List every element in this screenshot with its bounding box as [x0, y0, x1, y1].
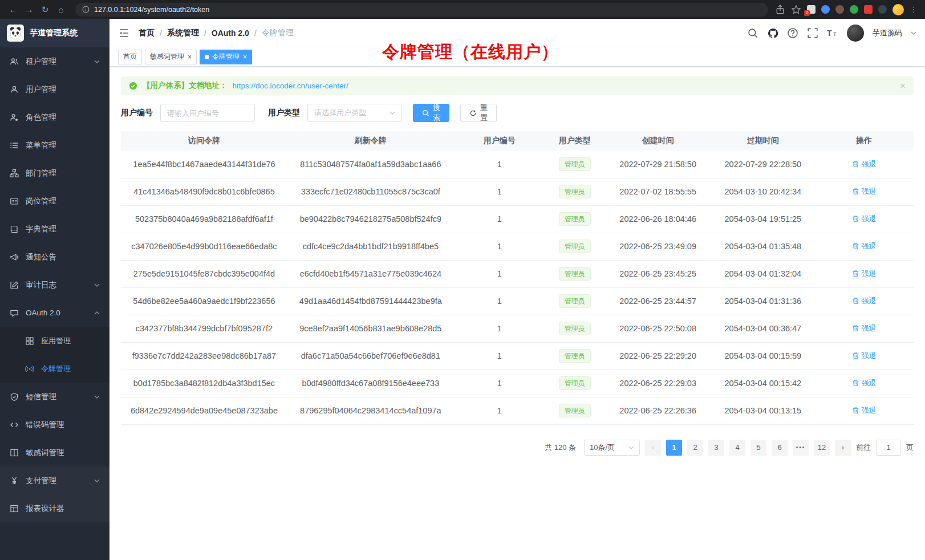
alert-close-icon[interactable]: × — [900, 81, 906, 91]
action-cell: 强退 — [814, 370, 914, 397]
next-page-button[interactable]: › — [835, 440, 851, 456]
tab-item[interactable]: 令牌管理× — [200, 50, 252, 64]
page-button[interactable]: 5 — [750, 440, 766, 456]
code-icon — [10, 420, 19, 429]
sidebar-item-sensitive-word[interactable]: 敏感词管理 — [0, 439, 109, 466]
page-button[interactable]: 2 — [687, 440, 703, 456]
more-pages-button[interactable]: ••• — [793, 440, 809, 456]
refresh-token-cell: b0df4980ffd34c67a08f9156e4eee733 — [287, 370, 454, 397]
page-button[interactable]: 12 — [814, 440, 830, 456]
user-avatar[interactable] — [847, 25, 864, 42]
chevron-down-icon — [94, 395, 100, 399]
fullscreen-icon[interactable] — [807, 27, 818, 39]
page-button[interactable]: 3 — [708, 440, 724, 456]
list-icon — [10, 141, 19, 150]
sidebar-item-user[interactable]: 用户管理 — [0, 75, 109, 103]
tab-close-icon[interactable]: × — [243, 54, 247, 60]
site-info-icon[interactable] — [82, 6, 90, 13]
caret-down-icon[interactable] — [911, 31, 916, 35]
tab-item[interactable]: 首页 — [118, 50, 142, 64]
breadcrumb-item[interactable]: 系统管理 — [167, 28, 199, 38]
column-header: 访问令牌 — [121, 131, 287, 151]
font-size-icon[interactable]: TT — [827, 27, 838, 39]
goto-label: 前往 — [856, 443, 871, 453]
back-icon[interactable]: ← — [6, 2, 21, 17]
prev-page-button[interactable]: ‹ — [645, 440, 661, 456]
sidebar-item-dict[interactable]: 字典管理 — [0, 215, 109, 243]
github-icon[interactable] — [767, 27, 778, 39]
app-logo-bar[interactable]: 芋道管理系统 — [0, 19, 109, 47]
sidebar-item-oauth2[interactable]: OAuth 2.0 — [0, 299, 109, 327]
sidebar-item-tenant[interactable]: 租户管理 — [0, 47, 109, 75]
force-logout-button[interactable]: 强退 — [852, 405, 877, 416]
sidebar-item-label: 支付管理 — [26, 476, 56, 486]
sidebar-item-notice[interactable]: 通知公告 — [0, 243, 109, 271]
sidebar-item-dept[interactable]: 部门管理 — [0, 159, 109, 187]
sidebar-item-oauth2-app[interactable]: 应用管理 — [0, 327, 109, 355]
user-id-input[interactable] — [160, 104, 255, 122]
search-icon[interactable] — [747, 27, 758, 39]
sidebar-item-audit[interactable]: 审计日志 — [0, 271, 109, 299]
table-row: f9336e7c7dd242a283ee98dc86b17a87dfa6c71a… — [121, 342, 914, 370]
force-logout-button[interactable]: 强退 — [852, 351, 877, 361]
sidebar-collapse-icon[interactable] — [118, 28, 129, 38]
sidebar-item-pay[interactable]: 支付管理 — [0, 466, 109, 494]
user-id-cell: 1 — [454, 342, 545, 370]
sidebar-menu: 租户管理用户管理角色管理菜单管理部门管理岗位管理字典管理通知公告审计日志OAut… — [0, 47, 109, 522]
force-logout-button[interactable]: 强退 — [852, 159, 877, 169]
page-button[interactable]: 1 — [666, 440, 682, 456]
sidebar-item-menu[interactable]: 菜单管理 — [0, 131, 109, 159]
sidebar-item-label: 审计日志 — [26, 280, 56, 290]
force-logout-button[interactable]: 强退 — [852, 241, 877, 251]
reload-icon[interactable]: ↻ — [38, 2, 52, 17]
share-icon[interactable] — [775, 5, 785, 15]
user-type-select[interactable]: 请选择用户类型 — [307, 104, 402, 122]
force-logout-button[interactable]: 强退 — [852, 296, 877, 306]
submenu-oauth2: 应用管理令牌管理 — [0, 327, 109, 383]
page-size-select[interactable]: 10条/页 — [584, 440, 640, 456]
alert-doc-link[interactable]: https://doc.iocoder.cn/user-center/ — [233, 82, 348, 90]
expire-time-cell: 2054-03-10 20:42:34 — [712, 178, 815, 205]
page-button[interactable]: 4 — [729, 440, 745, 456]
force-logout-button[interactable]: 强退 — [852, 269, 877, 279]
force-logout-button[interactable]: 强退 — [852, 214, 877, 224]
search-button[interactable]: 搜索 — [413, 104, 449, 122]
sidebar-item-role[interactable]: 角色管理 — [0, 103, 109, 131]
tab-close-icon[interactable]: × — [188, 54, 192, 60]
force-logout-label: 强退 — [862, 159, 877, 169]
force-logout-button[interactable]: 强退 — [852, 186, 877, 197]
create-time-cell: 2022-06-25 22:26:36 — [605, 397, 712, 424]
extension-icon-2[interactable] — [821, 5, 830, 14]
breadcrumb-item[interactable]: OAuth 2.0 — [212, 29, 249, 38]
page-button[interactable]: 6 — [772, 440, 788, 456]
sidebar-item-sms[interactable]: 短信管理 — [0, 383, 109, 411]
extension-icon-5[interactable] — [864, 5, 873, 14]
action-cell: 强退 — [814, 315, 914, 342]
action-cell: 强退 — [814, 342, 914, 370]
sidebar-item-post[interactable]: 岗位管理 — [0, 187, 109, 215]
force-logout-button[interactable]: 强退 — [852, 378, 877, 388]
forward-icon[interactable]: → — [22, 2, 36, 17]
goto-page-input[interactable] — [876, 440, 901, 456]
help-icon[interactable] — [787, 27, 798, 39]
sidebar-item-oauth2-token[interactable]: 令牌管理 — [0, 355, 109, 383]
extension-icon-6[interactable] — [878, 5, 887, 14]
refresh-token-cell: 8796295f04064c2983414cc54af1097a — [287, 397, 454, 424]
browser-profile-avatar[interactable] — [892, 4, 904, 15]
home-icon[interactable]: ⌂ — [54, 2, 68, 17]
megaphone-icon — [10, 253, 19, 262]
breadcrumb-item[interactable]: 首页 — [139, 28, 155, 38]
sidebar-item-errcode[interactable]: 错误码管理 — [0, 411, 109, 439]
extension-icon-4[interactable] — [850, 5, 858, 14]
create-time-cell: 2022-06-25 23:45:25 — [605, 260, 712, 287]
user-name[interactable]: 芋道源码 — [873, 28, 902, 38]
url-bar[interactable]: 127.0.0.1:1024/system/oauth2/token — [75, 3, 768, 17]
force-logout-button[interactable]: 强退 — [852, 323, 877, 334]
extension-icon-3[interactable] — [835, 5, 844, 14]
reset-button[interactable]: 重置 — [460, 104, 497, 122]
bookmark-star-icon[interactable] — [791, 5, 801, 15]
sidebar-item-report[interactable]: 报表设计器 — [0, 494, 109, 522]
tab-item[interactable]: 敏感词管理× — [145, 50, 197, 64]
browser-menu-icon[interactable]: ⋮ — [910, 5, 917, 14]
extension-icon-1[interactable]: 0 — [807, 5, 816, 14]
